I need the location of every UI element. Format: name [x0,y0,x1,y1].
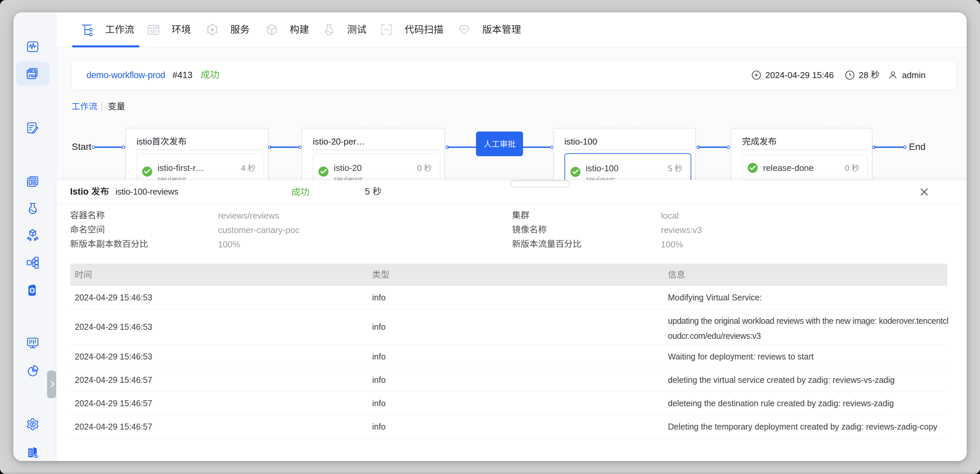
svg-text:PM: PM [29,73,35,78]
